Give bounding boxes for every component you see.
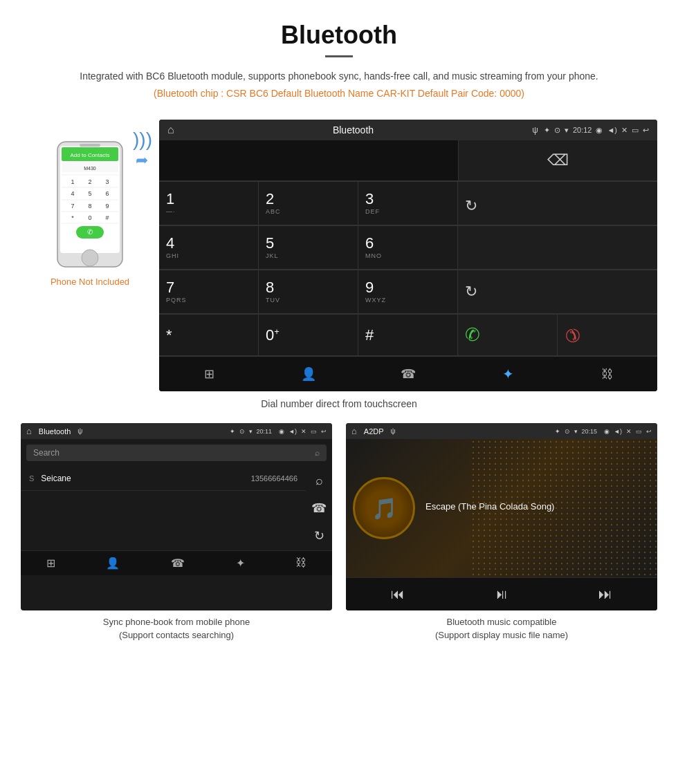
music-wifi-icon: ▾	[574, 428, 578, 435]
phonebook-layout: S Seicane 13566664466 ⌕ ☎ ↻	[21, 467, 332, 550]
pb-loc-icon: ⊙	[239, 428, 245, 435]
dialpad-row-2: 4 GHI 5 JKL 6 MNO	[159, 225, 657, 270]
dial-key-3[interactable]: 3 DEF	[358, 182, 458, 225]
dial-caption: Dial number direct from touchscreen	[0, 398, 678, 409]
pb-nav-grid[interactable]: ⊞	[46, 557, 55, 570]
dialpad-row-3: 7 PQRS 8 TUV 9 WXYZ ↻	[159, 270, 657, 314]
search-icon[interactable]: ⌕	[315, 448, 320, 458]
svg-text:7: 7	[71, 203, 74, 209]
pb-screen-title: Bluetooth	[39, 427, 71, 436]
dial-key-5[interactable]: 5 JKL	[259, 226, 358, 270]
svg-text:8: 8	[88, 203, 91, 209]
dial-key-1[interactable]: 1 —·	[159, 182, 259, 225]
dial-key-8[interactable]: 8 TUV	[259, 270, 358, 314]
contact-name: Seicane	[41, 474, 244, 483]
pb-vol-icon: ◄)	[288, 428, 297, 435]
dial-key-2[interactable]: 2 ABC	[259, 182, 358, 225]
music-controls: ⏮ ⏯ ⏭	[346, 577, 657, 610]
call-green-button[interactable]: ✆	[458, 315, 558, 356]
pb-nav-bluetooth[interactable]: ✦	[236, 557, 245, 570]
pb-wifi-icon: ▾	[249, 428, 253, 435]
svg-text:✆: ✆	[87, 228, 93, 236]
camera-icon[interactable]: ◉	[596, 126, 603, 135]
music-back-icon[interactable]: ↩	[646, 428, 652, 435]
nav-link-button[interactable]: ⛓	[558, 357, 657, 391]
empty-cell-r2	[458, 226, 657, 270]
pb-nav-person[interactable]: 👤	[106, 557, 120, 570]
music-usb-icon: ψ	[391, 427, 396, 435]
call-red-button[interactable]: ✆	[558, 315, 657, 356]
playpause-button[interactable]: ⏯	[495, 586, 508, 602]
back-icon[interactable]: ↩	[643, 126, 649, 135]
bt-status-icon: ✦	[544, 126, 550, 135]
svg-text:Add to Contacts: Add to Contacts	[71, 152, 110, 158]
wifi-icon: ▾	[565, 126, 569, 135]
dial-key-9[interactable]: 9 WXYZ	[358, 270, 458, 314]
pb-win-icon[interactable]: ▭	[311, 428, 317, 435]
phonebook-search-area: Search ⌕	[21, 439, 332, 467]
bottom-nav-bar: ⊞ 👤 ☎ ✦ ⛓	[159, 356, 657, 391]
music-win-icon[interactable]: ▭	[636, 428, 642, 435]
music-info: Escape (The Pina Colada Song)	[425, 501, 650, 516]
music-home-icon[interactable]: ⌂	[351, 426, 357, 436]
page-header: Bluetooth Integrated with BC6 Bluetooth …	[0, 0, 678, 120]
pb-nav-link[interactable]: ⛓	[295, 557, 306, 570]
contact-list: S Seicane 13566664466	[21, 467, 306, 550]
backspace-button[interactable]: ⌫	[458, 140, 657, 180]
pb-home-icon[interactable]: ⌂	[26, 426, 32, 436]
contact-row[interactable]: S Seicane 13566664466	[21, 467, 306, 491]
page-description: Integrated with BC6 Bluetooth module, su…	[62, 68, 616, 84]
dial-key-hash[interactable]: #	[358, 315, 458, 356]
svg-text:9: 9	[105, 203, 109, 209]
pb-call-icon[interactable]: ☎	[311, 501, 327, 516]
phone-svg: Add to Contacts M430 1 2 3 4 5 6 7 8 9 *	[52, 140, 128, 268]
main-status-bar: ⌂ Bluetooth ψ ✦ ⊙ ▾ 20:12 ◉ ◄) ✕ ▭ ↩	[159, 120, 657, 140]
music-loc-icon: ⊙	[565, 428, 570, 435]
contact-letter: S	[29, 474, 34, 483]
dial-key-star[interactable]: *	[159, 315, 259, 356]
bluetooth-specs: (Bluetooth chip : CSR BC6 Default Blueto…	[14, 88, 664, 99]
refresh-cell-r3[interactable]: ↻	[458, 270, 657, 314]
svg-text:*: *	[71, 214, 74, 221]
dial-key-4[interactable]: 4 GHI	[159, 226, 259, 270]
music-song-title: Escape (The Pina Colada Song)	[425, 501, 650, 512]
nav-phone-button[interactable]: ☎	[358, 357, 458, 391]
window-icon[interactable]: ▭	[632, 126, 639, 135]
close-icon[interactable]: ✕	[621, 126, 627, 135]
music-close-icon[interactable]: ✕	[626, 428, 632, 435]
phonebook-status-bar: ⌂ Bluetooth ψ ✦ ⊙ ▾ 20:11 ◉ ◄) ✕ ▭ ↩	[21, 423, 332, 439]
prev-button[interactable]: ⏮	[391, 586, 405, 602]
music-caption: Bluetooth music compatible (Support disp…	[346, 616, 657, 641]
bt-waves-icon: ))) ➦	[133, 130, 152, 169]
svg-point-25	[82, 250, 98, 266]
phonebook-screen: ⌂ Bluetooth ψ ✦ ⊙ ▾ 20:11 ◉ ◄) ✕ ▭ ↩ Sea…	[21, 423, 332, 610]
dial-key-0[interactable]: 0+	[259, 315, 358, 356]
pb-back-icon[interactable]: ↩	[321, 428, 327, 435]
title-divider	[325, 55, 353, 57]
search-placeholder: Search	[33, 448, 59, 458]
nav-grid-button[interactable]: ⊞	[159, 357, 259, 391]
music-screen-title: A2DP	[364, 427, 384, 436]
volume-icon[interactable]: ◄)	[607, 126, 617, 134]
refresh-button[interactable]: ↻	[458, 182, 657, 225]
pb-close-icon[interactable]: ✕	[301, 428, 306, 435]
dial-key-7[interactable]: 7 PQRS	[159, 270, 259, 314]
pb-refresh-icon[interactable]: ↻	[314, 528, 324, 543]
music-album-art: 🎵	[353, 477, 415, 539]
pb-time: 20:11	[257, 428, 273, 435]
svg-text:5: 5	[88, 190, 91, 197]
dial-key-6[interactable]: 6 MNO	[358, 226, 458, 270]
search-bar[interactable]: Search ⌕	[26, 445, 327, 461]
phone-not-included-label: Phone Not Included	[51, 277, 129, 287]
nav-person-button[interactable]: 👤	[259, 357, 358, 391]
main-car-screen: ⌂ Bluetooth ψ ✦ ⊙ ▾ 20:12 ◉ ◄) ✕ ▭ ↩ ⌫	[159, 120, 657, 391]
music-bt-icon: ✦	[555, 428, 560, 435]
nav-bluetooth-button[interactable]: ✦	[458, 357, 558, 391]
next-button[interactable]: ⏭	[598, 586, 612, 602]
usb-icon: ψ	[532, 125, 538, 135]
pb-nav-phone[interactable]: ☎	[171, 557, 185, 570]
pb-search-icon[interactable]: ⌕	[315, 474, 323, 488]
svg-text:2: 2	[88, 178, 91, 185]
dialpad: 1 —· 2 ABC 3 DEF ↻ 4	[159, 181, 657, 356]
home-icon[interactable]: ⌂	[167, 124, 174, 136]
